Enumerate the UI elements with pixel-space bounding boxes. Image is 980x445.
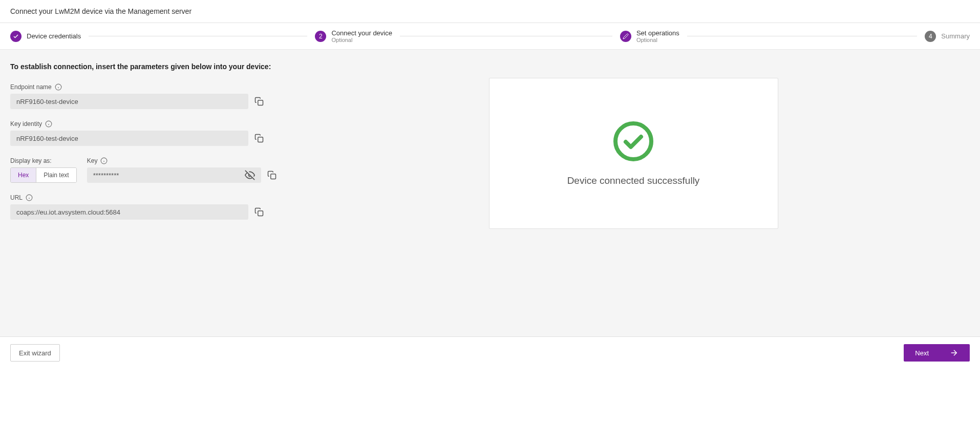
- info-icon[interactable]: [55, 83, 62, 91]
- hex-toggle[interactable]: Hex: [11, 168, 36, 182]
- endpoint-name-value: nRF9160-test-device: [10, 94, 248, 109]
- display-key-as-label: Display key as:: [10, 157, 77, 164]
- success-card: Device connected successfully: [489, 78, 778, 229]
- arrow-right-icon: [949, 348, 958, 357]
- success-check-icon: [612, 120, 654, 162]
- svg-rect-7: [258, 137, 263, 142]
- key-identity-label: Key identity: [10, 120, 276, 128]
- copy-icon[interactable]: [254, 97, 264, 106]
- svg-rect-12: [270, 174, 275, 179]
- status-panel: Device connected successfully: [297, 62, 970, 324]
- svg-rect-3: [258, 100, 263, 105]
- step-label: Set operations: [636, 29, 679, 37]
- svg-rect-16: [258, 211, 263, 216]
- step-connector: [400, 36, 612, 36]
- step-icon-check: [10, 31, 22, 42]
- step-connect-device[interactable]: 2 Connect your device Optional: [315, 29, 620, 43]
- key-identity-value: nRF9160-test-device: [10, 131, 248, 146]
- copy-icon[interactable]: [254, 207, 264, 217]
- step-connector: [89, 36, 307, 36]
- url-value: coaps://eu.iot.avsystem.cloud:5684: [10, 204, 248, 220]
- page-header: Connect your LwM2M device via the Manage…: [0, 0, 980, 23]
- page-title: Connect your LwM2M device via the Manage…: [10, 7, 970, 15]
- url-label: URL: [10, 194, 276, 201]
- step-set-operations[interactable]: Set operations Optional: [620, 29, 925, 43]
- parameters-panel: To establish connection, insert the para…: [10, 62, 276, 324]
- next-button[interactable]: Next: [904, 344, 970, 362]
- key-group: Display key as: Hex Plain text Key: [10, 157, 276, 183]
- endpoint-name-group: Endpoint name nRF9160-test-device: [10, 83, 276, 109]
- step-icon-number: 2: [315, 31, 326, 42]
- step-label: Device credentials: [27, 32, 81, 40]
- svg-point-17: [615, 123, 651, 159]
- instruction-text: To establish connection, insert the para…: [10, 62, 276, 71]
- copy-icon[interactable]: [267, 171, 276, 180]
- step-label: Connect your device: [331, 29, 392, 37]
- key-value: **********: [87, 167, 261, 183]
- step-label: Summary: [941, 32, 970, 40]
- info-icon[interactable]: [26, 194, 33, 201]
- url-group: URL coaps://eu.iot.avsystem.cloud:5684: [10, 194, 276, 220]
- display-key-toggle: Hex Plain text: [10, 167, 77, 183]
- key-identity-group: Key identity nRF9160-test-device: [10, 120, 276, 146]
- info-icon[interactable]: [100, 157, 108, 164]
- success-message: Device connected successfully: [567, 175, 700, 186]
- step-sublabel: Optional: [331, 37, 392, 43]
- wizard-footer: Exit wizard Next: [0, 336, 980, 369]
- wizard-content: To establish connection, insert the para…: [0, 50, 980, 336]
- copy-icon[interactable]: [254, 134, 264, 143]
- step-connector: [687, 36, 918, 36]
- info-icon[interactable]: [45, 120, 52, 128]
- visibility-off-icon[interactable]: [245, 170, 255, 180]
- step-icon-number: 4: [925, 31, 936, 42]
- step-device-credentials[interactable]: Device credentials: [10, 31, 315, 42]
- step-summary[interactable]: 4 Summary: [925, 31, 970, 42]
- exit-wizard-button[interactable]: Exit wizard: [10, 344, 60, 362]
- key-label: Key: [87, 157, 276, 164]
- wizard-stepper: Device credentials 2 Connect your device…: [0, 23, 980, 50]
- plaintext-toggle[interactable]: Plain text: [36, 168, 76, 182]
- step-sublabel: Optional: [636, 37, 679, 43]
- endpoint-name-label: Endpoint name: [10, 83, 276, 91]
- step-icon-edit: [620, 31, 631, 42]
